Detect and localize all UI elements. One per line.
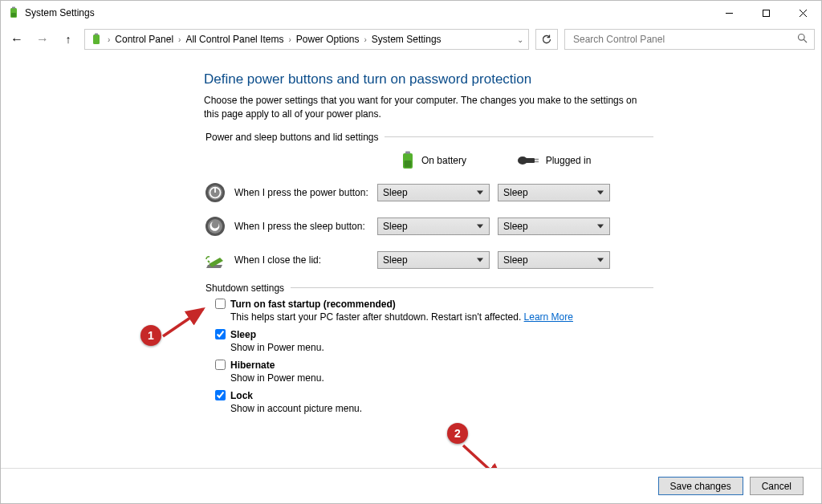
svg-rect-2 bbox=[11, 13, 16, 17]
forward-button[interactable]: → bbox=[33, 32, 52, 47]
search-icon bbox=[797, 33, 808, 46]
buttons-and-lid-group: Power and sleep buttons and lid settings… bbox=[204, 132, 653, 271]
back-button[interactable]: ← bbox=[7, 32, 26, 47]
checkbox-desc: Show in Power menu. bbox=[230, 372, 653, 384]
chevron-right-icon: › bbox=[364, 35, 367, 44]
chevron-right-icon: › bbox=[108, 35, 110, 44]
column-battery-label: On battery bbox=[421, 155, 466, 166]
group-legend: Power and sleep buttons and lid settings bbox=[204, 132, 385, 143]
power-button-icon bbox=[204, 181, 226, 204]
navbar: ← → ↑ › Control Panel › All Control Pane… bbox=[1, 25, 821, 54]
save-button[interactable]: Save changes bbox=[658, 477, 743, 495]
checkbox-lock[interactable] bbox=[215, 390, 226, 400]
minimize-button[interactable] bbox=[710, 1, 747, 25]
svg-line-10 bbox=[804, 39, 807, 43]
svg-rect-4 bbox=[763, 10, 769, 16]
search-input[interactable] bbox=[572, 33, 794, 46]
shutdown-item-sleep: Sleep Show in Power menu. bbox=[215, 329, 653, 353]
checkbox-label: Lock bbox=[230, 390, 253, 401]
close-button[interactable] bbox=[784, 1, 821, 25]
plug-icon bbox=[517, 153, 539, 168]
content-area: Define power buttons and turn on passwor… bbox=[1, 54, 821, 503]
learn-more-link[interactable]: Learn More bbox=[524, 311, 573, 323]
checkbox-label: Hibernate bbox=[230, 360, 275, 371]
row-label-lid: When I close the lid: bbox=[234, 254, 321, 266]
shutdown-settings-group: Shutdown settings Turn on fast startup (… bbox=[204, 282, 653, 421]
row-label-sleep: When I press the sleep button: bbox=[234, 221, 365, 232]
sleep-button-icon bbox=[204, 215, 226, 238]
breadcrumb[interactable]: › Control Panel › All Control Panel Item… bbox=[84, 29, 529, 50]
chevron-down-icon[interactable]: ⌄ bbox=[517, 35, 523, 44]
shutdown-item-hibernate: Hibernate Show in Power menu. bbox=[215, 360, 653, 384]
select-power-plugged[interactable]: Sleep bbox=[498, 184, 610, 201]
column-plugged-label: Plugged in bbox=[546, 155, 592, 166]
cancel-button[interactable]: Cancel bbox=[750, 477, 804, 495]
checkbox-desc: Show in Power menu. bbox=[230, 342, 653, 353]
select-lid-battery[interactable]: Sleep bbox=[377, 251, 490, 269]
group-legend: Shutdown settings bbox=[204, 282, 291, 294]
up-button[interactable]: ↑ bbox=[59, 33, 78, 46]
page-description: Choose the power settings that you want … bbox=[204, 94, 653, 122]
page-title: Define power buttons and turn on passwor… bbox=[204, 71, 653, 87]
window-controls bbox=[710, 1, 821, 25]
breadcrumb-item[interactable]: Power Options bbox=[296, 34, 360, 45]
checkbox-label: Turn on fast startup (recommended) bbox=[230, 299, 396, 310]
row-label-power: When I press the power button: bbox=[234, 187, 368, 198]
svg-rect-15 bbox=[525, 158, 535, 163]
window: System Settings ← → ↑ › Control Panel › … bbox=[0, 0, 822, 504]
svg-rect-7 bbox=[93, 35, 100, 44]
breadcrumb-item[interactable]: System Settings bbox=[372, 34, 442, 45]
refresh-icon bbox=[541, 34, 552, 45]
shutdown-item-fast-startup: Turn on fast startup (recommended) This … bbox=[215, 299, 653, 323]
breadcrumb-item[interactable]: All Control Panel Items bbox=[185, 34, 283, 45]
svg-rect-1 bbox=[12, 7, 15, 9]
shutdown-item-lock: Lock Show in account picture menu. bbox=[215, 390, 653, 414]
breadcrumb-item[interactable]: Control Panel bbox=[115, 34, 173, 45]
annotation-badge-2: 2 bbox=[447, 423, 468, 444]
checkbox-desc: Show in account picture menu. bbox=[230, 403, 653, 414]
laptop-lid-icon bbox=[204, 249, 226, 271]
refresh-button[interactable] bbox=[535, 29, 558, 50]
search-box[interactable] bbox=[564, 29, 815, 50]
titlebar: System Settings bbox=[1, 1, 821, 25]
select-sleep-battery[interactable]: Sleep bbox=[377, 217, 490, 235]
checkbox-label: Sleep bbox=[230, 329, 256, 340]
svg-rect-13 bbox=[404, 161, 411, 168]
window-title: System Settings bbox=[25, 7, 95, 18]
footer: Save changes Cancel bbox=[1, 468, 821, 503]
svg-rect-8 bbox=[95, 34, 98, 35]
maximize-button[interactable] bbox=[747, 1, 784, 25]
checkbox-hibernate[interactable] bbox=[215, 360, 226, 370]
svg-line-24 bbox=[163, 309, 203, 336]
checkbox-fast-startup[interactable] bbox=[215, 299, 226, 309]
annotation-badge-1: 1 bbox=[140, 325, 161, 346]
select-sleep-plugged[interactable]: Sleep bbox=[498, 217, 610, 235]
select-power-battery[interactable]: Sleep bbox=[377, 184, 490, 201]
checkbox-desc: This helps start your PC faster after sh… bbox=[230, 311, 521, 323]
checkbox-sleep[interactable] bbox=[215, 329, 226, 339]
select-lid-plugged[interactable]: Sleep bbox=[498, 251, 610, 269]
chevron-right-icon: › bbox=[178, 35, 181, 44]
svg-point-9 bbox=[799, 35, 805, 41]
battery-icon bbox=[401, 151, 415, 170]
battery-app-icon bbox=[7, 6, 20, 19]
battery-folder-icon bbox=[90, 33, 103, 46]
svg-rect-12 bbox=[405, 151, 410, 153]
chevron-right-icon: › bbox=[288, 35, 291, 44]
